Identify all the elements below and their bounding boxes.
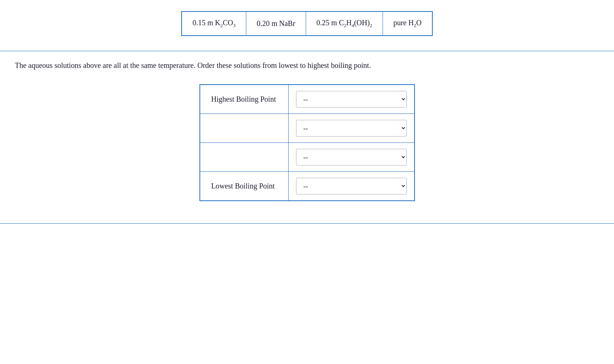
solution-cell-3: 0.25 m C2H4(OH)2 (306, 12, 383, 36)
third-boiling-dropdown[interactable]: -- 0.15 m K₂CO₃ 0.20 m NaBr 0.25 m C₂H₄(… (296, 149, 406, 165)
solution-cell-1: 0.15 m K2CO3 (182, 12, 246, 36)
table-row: -- 0.15 m K₂CO₃ 0.20 m NaBr 0.25 m C₂H₄(… (200, 114, 415, 143)
lowest-dropdown-cell: -- 0.15 m K₂CO₃ 0.20 m NaBr 0.25 m C₂H₄(… (289, 172, 415, 201)
third-dropdown-cell: -- 0.15 m K₂CO₃ 0.20 m NaBr 0.25 m C₂H₄(… (289, 143, 415, 172)
second-boiling-dropdown[interactable]: -- 0.15 m K₂CO₃ 0.20 m NaBr 0.25 m C₂H₄(… (296, 120, 406, 137)
lowest-boiling-dropdown[interactable]: -- 0.15 m K₂CO₃ 0.20 m NaBr 0.25 m C₂H₄(… (296, 178, 406, 194)
table-row: -- 0.15 m K₂CO₃ 0.20 m NaBr 0.25 m C₂H₄(… (200, 143, 415, 172)
top-divider (0, 51, 614, 51)
bottom-divider (0, 223, 614, 224)
second-dropdown-cell: -- 0.15 m K₂CO₃ 0.20 m NaBr 0.25 m C₂H₄(… (289, 114, 415, 143)
solution-cell-2: 0.20 m NaBr (246, 12, 306, 36)
highest-boiling-dropdown[interactable]: -- 0.15 m K₂CO₃ 0.20 m NaBr 0.25 m C₂H₄(… (296, 91, 406, 108)
lowest-label: Lowest Boiling Point (200, 172, 289, 201)
ordering-section: Highest Boiling Point -- 0.15 m K₂CO₃ 0.… (15, 84, 599, 201)
second-label (200, 114, 289, 143)
top-table-wrapper: 0.15 m K2CO3 0.20 m NaBr 0.25 m C2H4(OH)… (15, 11, 599, 36)
solutions-table: 0.15 m K2CO3 0.20 m NaBr 0.25 m C2H4(OH)… (181, 11, 433, 36)
table-row: Highest Boiling Point -- 0.15 m K₂CO₃ 0.… (200, 85, 415, 114)
third-label (200, 143, 289, 172)
ordering-table: Highest Boiling Point -- 0.15 m K₂CO₃ 0.… (199, 84, 415, 201)
highest-dropdown-cell: -- 0.15 m K₂CO₃ 0.20 m NaBr 0.25 m C₂H₄(… (289, 85, 415, 114)
highest-label: Highest Boiling Point (200, 85, 289, 114)
solution-cell-4: pure H2O (383, 12, 432, 36)
description-text: The aqueous solutions above are all at t… (15, 60, 423, 71)
table-row: Lowest Boiling Point -- 0.15 m K₂CO₃ 0.2… (200, 172, 415, 201)
